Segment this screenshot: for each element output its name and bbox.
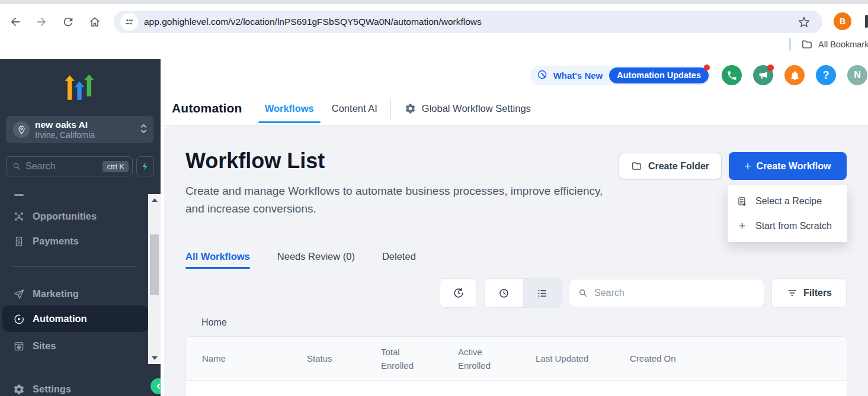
sidebar-search-input[interactable]: [25, 161, 103, 172]
sidebar-item-opportunities[interactable]: Opportunities: [0, 203, 148, 230]
tab-all-workflows[interactable]: All Workflows: [185, 245, 250, 268]
menu-item-select-a-recipe[interactable]: Select a Recipe: [728, 189, 847, 214]
workflow-table: Name Status Total Enrolled Active Enroll…: [185, 336, 847, 396]
tab-deleted[interactable]: Deleted: [382, 245, 416, 268]
marketing-icon: [13, 288, 25, 300]
global-workflow-settings-link[interactable]: Global Workflow Settings: [405, 103, 531, 114]
workflow-list-description: Create and manage Workflows to automate …: [185, 182, 609, 218]
question-mark-icon: ?: [823, 69, 829, 82]
filter-icon: [786, 287, 798, 299]
column-status[interactable]: Status: [307, 352, 381, 365]
menu-item-label: Start from Scratch: [755, 221, 832, 231]
url-text: app.gohighlevel.com/v2/location/lnPS691g…: [144, 11, 482, 33]
back-arrow-icon: [9, 15, 22, 28]
search-icon: [578, 288, 588, 298]
scroll-up-arrow[interactable]: [148, 195, 161, 205]
column-total-enrolled[interactable]: Total Enrolled: [381, 345, 420, 372]
bookmarks-bar: All Bookmarks: [0, 36, 868, 54]
sidebar-item-marketing[interactable]: Marketing: [0, 281, 148, 307]
browser-forward-button[interactable]: [34, 14, 49, 30]
whats-new-pill[interactable]: What's New Automation Updates: [530, 66, 710, 85]
profile-initial: B: [840, 17, 845, 26]
browser-refresh-button[interactable]: [60, 14, 76, 30]
tab-workflows[interactable]: Workflows: [265, 92, 314, 125]
payments-icon: [13, 236, 25, 247]
column-last-updated[interactable]: Last Updated: [536, 352, 630, 365]
sidebar-search[interactable]: ctrl K: [6, 156, 133, 176]
tab-content-ai[interactable]: Content AI: [332, 92, 377, 125]
create-folder-button[interactable]: Create Folder: [619, 153, 722, 179]
workflow-list-title: Workflow List: [185, 148, 325, 174]
help-button[interactable]: ?: [816, 65, 836, 85]
bookmark-star-icon[interactable]: [797, 15, 811, 28]
location-texts: new oaks AI Irvine, California: [35, 120, 140, 140]
scroll-down-arrow[interactable]: [148, 353, 161, 363]
history-icon: [452, 286, 465, 300]
sidebar-item-label: Sites: [33, 340, 56, 352]
top-band: What's New Automation Updates: [161, 59, 868, 92]
announcements-button[interactable]: [753, 65, 773, 85]
location-selector[interactable]: new oaks AI Irvine, California: [6, 116, 153, 143]
column-name[interactable]: Name: [202, 352, 307, 365]
logo-arrow-blue: [75, 82, 84, 100]
table-header-row: Name Status Total Enrolled Active Enroll…: [186, 337, 847, 381]
tab-label: Needs Review (0): [277, 251, 355, 262]
breadcrumb[interactable]: Home: [201, 317, 227, 328]
workflow-search-input[interactable]: [594, 288, 758, 298]
workflow-tabs: All Workflows Needs Review (0) Deleted: [185, 245, 847, 268]
sidebar-collapse-button[interactable]: [150, 378, 161, 394]
sidebar-item-sites[interactable]: Sites: [0, 333, 148, 359]
sidebar-item-settings[interactable]: Settings: [0, 376, 148, 396]
plus-icon: +: [744, 160, 751, 173]
quick-actions-button[interactable]: [136, 156, 154, 176]
site-info-icon[interactable]: [120, 13, 138, 31]
sidebar-item-label: Settings: [33, 384, 71, 395]
create-workflow-dropdown: Select a Recipe + Start from Scratch: [728, 185, 847, 242]
sidebar-item-automation[interactable]: Automation: [2, 305, 148, 332]
search-icon: [12, 162, 21, 171]
tab-label: All Workflows: [185, 251, 250, 262]
sidebar-item-label: Payments: [33, 236, 79, 247]
notification-dot: [704, 65, 710, 70]
menu-item-start-from-scratch[interactable]: + Start from Scratch: [728, 214, 847, 239]
browser-address-bar[interactable]: app.gohighlevel.com/v2/location/lnPS691g…: [114, 11, 822, 33]
history-view-button[interactable]: [485, 279, 523, 307]
browser-profile-avatar[interactable]: B: [834, 12, 851, 30]
megaphone-icon: [758, 70, 769, 81]
notifications-button[interactable]: [784, 65, 805, 85]
automation-updates-badge[interactable]: Automation Updates: [609, 67, 709, 83]
screen: app.gohighlevel.com/v2/location/lnPS691g…: [0, 0, 868, 396]
column-created-on[interactable]: Created On: [630, 352, 847, 365]
workflow-search[interactable]: [569, 279, 764, 307]
content-panel: Workflow List Create and manage Workflow…: [164, 125, 868, 396]
partial-menu-item: [14, 194, 24, 196]
bookmarks-divider: [789, 38, 791, 51]
sidebar-item-label: Marketing: [33, 288, 79, 300]
phone-button[interactable]: [722, 65, 742, 85]
browser-back-button[interactable]: [8, 14, 23, 30]
main-area: What's New Automation Updates: [161, 59, 868, 396]
browser-home-button[interactable]: [87, 14, 103, 30]
user-avatar[interactable]: N: [847, 65, 867, 85]
tab-label: Deleted: [382, 251, 416, 262]
sidebar-item-payments[interactable]: Payments: [0, 228, 148, 255]
execution-logs-button[interactable]: [440, 278, 477, 308]
gear-icon: [405, 103, 416, 114]
tab-needs-review[interactable]: Needs Review (0): [277, 245, 355, 268]
menu-item-label: Select a Recipe: [755, 196, 822, 207]
create-workflow-button[interactable]: + Create Workflow: [729, 152, 847, 180]
logo-arrow-yellow: [65, 75, 74, 100]
logo-arrow-green: [84, 75, 94, 96]
header-divider: [390, 98, 391, 119]
sidebar-scrollbar[interactable]: [148, 194, 161, 364]
column-active-enrolled[interactable]: Active Enrolled: [458, 345, 497, 372]
chevron-left-icon: [154, 382, 161, 391]
browser-menu-partial[interactable]: [865, 15, 868, 28]
lightning-bolt-icon: [140, 162, 150, 171]
all-bookmarks-label[interactable]: All Bookmarks: [818, 36, 868, 53]
filters-button[interactable]: Filters: [771, 278, 847, 308]
page-title: Automation: [172, 101, 242, 115]
scrollbar-thumb[interactable]: [150, 234, 159, 295]
list-view-button[interactable]: [523, 279, 562, 307]
home-icon: [88, 15, 101, 28]
